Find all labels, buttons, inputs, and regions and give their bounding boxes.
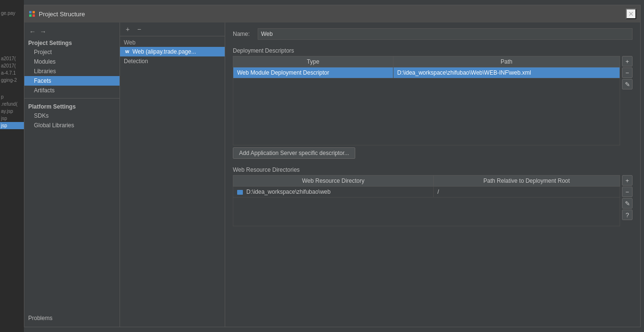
- sidebar-item-libraries[interactable]: Libraries: [24, 66, 120, 76]
- left-edge-item: .refund(: [0, 100, 24, 108]
- remove-facet-button[interactable]: −: [134, 24, 144, 34]
- resource-path-header: Path Relative to Deployment Root: [433, 176, 620, 187]
- deployment-type-header: Type: [233, 56, 393, 67]
- web-resource-section: Web Resource Directories Web Resource Di…: [233, 165, 633, 226]
- table-empty-row: [233, 78, 620, 145]
- dialog-body: ← → Project Settings Project Modules Lib…: [24, 22, 640, 327]
- left-edge-item: gging-2: [0, 77, 24, 84]
- forward-button[interactable]: →: [39, 27, 47, 36]
- left-edge-item: a2017(: [0, 62, 24, 69]
- sidebar-item-problems[interactable]: Problems: [24, 313, 120, 323]
- table-row[interactable]: Web Module Deployment Descriptor D:\idea…: [233, 67, 620, 78]
- name-row: Name:: [233, 28, 633, 40]
- svg-rect-1: [33, 11, 35, 13]
- left-edge-item: a2017(: [0, 55, 24, 62]
- resource-table: Web Resource Directory Path Relative to …: [233, 175, 620, 226]
- resource-dir-cell: D:\idea_workspace\zhifubao\web: [233, 187, 434, 198]
- sidebar-item-global-libraries[interactable]: Global Libraries: [24, 121, 120, 130]
- name-input[interactable]: [258, 28, 633, 40]
- facets-tree: Web W Web (alipay.trade.page... Detectio…: [120, 36, 225, 327]
- resource-side-buttons: + − ✎ ?: [622, 175, 633, 220]
- svg-rect-2: [29, 14, 32, 17]
- middle-panel: + − Web W Web (alipay.trade.page... Dete…: [120, 22, 225, 327]
- resource-help-button[interactable]: ?: [622, 210, 633, 220]
- resource-path-cell: /: [433, 187, 620, 198]
- resource-add-button[interactable]: +: [622, 175, 633, 186]
- deployment-path-header: Path: [393, 56, 620, 67]
- sidebar: ← → Project Settings Project Modules Lib…: [24, 22, 120, 327]
- web-facet-icon: W: [124, 48, 131, 55]
- sidebar-item-artifacts[interactable]: Artifacts: [24, 86, 120, 95]
- add-descriptor-button[interactable]: Add Application Server specific descript…: [233, 147, 355, 159]
- title-bar: Project Structure ✕: [24, 5, 640, 22]
- deployment-table-wrapper: Type Path Web Module Deployment Descript…: [233, 56, 633, 145]
- project-structure-dialog: Project Structure ✕ ← → Project Settings…: [24, 5, 641, 327]
- web-resource-label: Web Resource Directories: [233, 166, 633, 173]
- tree-section-web-label: Web: [120, 38, 225, 47]
- deployment-table-container: Type Path Web Module Deployment Descript…: [233, 56, 620, 145]
- sidebar-item-facets[interactable]: Facets: [24, 76, 120, 86]
- deployment-table-header-row: Type Path: [233, 56, 620, 67]
- left-edge-item: ge.pay: [0, 10, 24, 17]
- svg-rect-0: [29, 11, 32, 13]
- table-row[interactable]: D:\idea_workspace\zhifubao\web /: [233, 187, 620, 198]
- left-edge-item-highlighted: jsp: [0, 122, 24, 129]
- table-empty-row: [233, 198, 620, 226]
- deployment-path-cell: D:\idea_workspace\zhifubao\Web\WEB-INF\w…: [393, 67, 620, 78]
- left-edge-item: a-4.7.1: [0, 69, 24, 77]
- left-edge-item: jsp: [0, 115, 24, 122]
- sidebar-item-modules[interactable]: Modules: [24, 57, 120, 66]
- deployment-remove-button[interactable]: −: [622, 67, 633, 78]
- title-bar-left: Project Structure: [28, 10, 85, 18]
- resource-dir-header: Web Resource Directory: [233, 176, 434, 187]
- deployment-type-cell: Web Module Deployment Descriptor: [233, 67, 393, 78]
- dialog-title: Project Structure: [39, 11, 85, 18]
- platform-settings-label: Platform Settings: [24, 101, 120, 111]
- sidebar-item-project[interactable]: Project: [24, 47, 120, 57]
- folder-icon: [237, 190, 243, 195]
- deployment-side-buttons: + − ✎: [622, 56, 633, 89]
- tree-item-web[interactable]: W Web (alipay.trade.page...: [120, 47, 225, 56]
- left-edge-item: p: [0, 93, 24, 100]
- deployment-descriptors-section: Deployment Descriptors Type Path: [233, 45, 633, 159]
- name-label: Name:: [233, 31, 252, 37]
- tree-item-web-label: Web (alipay.trade.page...: [132, 48, 196, 55]
- left-file-tree: ge.pay a2017( a2017( a-4.7.1 gging-2 p .…: [0, 0, 24, 332]
- deployment-table: Type Path Web Module Deployment Descript…: [233, 56, 620, 145]
- deployment-add-button[interactable]: +: [622, 56, 633, 66]
- nav-row: ← →: [24, 26, 120, 37]
- middle-toolbar: + −: [120, 22, 225, 36]
- dialog-icon: [28, 10, 36, 18]
- content-panel: Name: Deployment Descriptors Type Path: [225, 22, 640, 327]
- resource-table-header-row: Web Resource Directory Path Relative to …: [233, 176, 620, 187]
- resource-table-container: Web Resource Directory Path Relative to …: [233, 175, 620, 226]
- sidebar-item-sdks[interactable]: SDKs: [24, 111, 120, 121]
- resource-table-wrapper: Web Resource Directory Path Relative to …: [233, 175, 633, 226]
- sidebar-divider: [24, 98, 120, 99]
- left-edge-item: ay.jsp: [0, 108, 24, 115]
- detection-label: Detection: [120, 56, 225, 66]
- back-button[interactable]: ←: [28, 27, 37, 36]
- resource-edit-button[interactable]: ✎: [622, 198, 633, 209]
- close-button[interactable]: ✕: [626, 9, 636, 19]
- deployment-descriptors-label: Deployment Descriptors: [233, 47, 633, 54]
- project-settings-label: Project Settings: [24, 38, 120, 47]
- svg-rect-3: [33, 14, 35, 17]
- add-facet-button[interactable]: +: [123, 24, 132, 34]
- deployment-edit-button[interactable]: ✎: [622, 79, 633, 89]
- resource-remove-button[interactable]: −: [622, 187, 633, 197]
